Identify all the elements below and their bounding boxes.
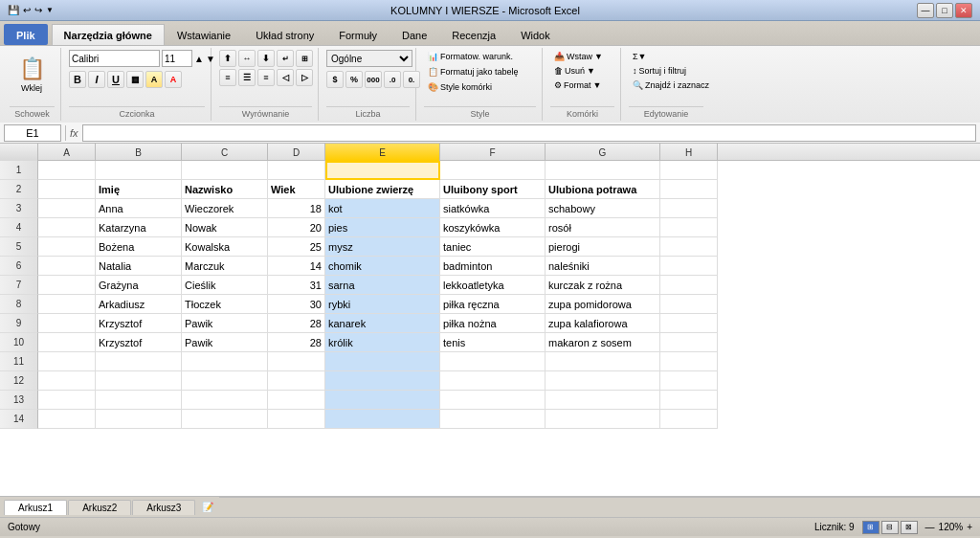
cell-D5[interactable]: 25 — [268, 237, 325, 257]
cell-D10[interactable]: 28 — [268, 333, 325, 352]
cell-E5[interactable]: mysz — [325, 237, 440, 257]
cell-G6[interactable]: naleśniki — [546, 257, 660, 276]
cell-D6[interactable]: 14 — [268, 257, 325, 276]
row-header-14[interactable]: 14 — [0, 410, 38, 429]
cell-B7[interactable]: Grażyna — [96, 276, 182, 295]
tab-plik[interactable]: Plik — [4, 24, 48, 45]
indent-less-button[interactable]: ◁ — [277, 69, 294, 86]
cell-F11[interactable] — [440, 352, 546, 371]
cell-E11[interactable] — [325, 352, 440, 371]
cell-C8[interactable]: Tłoczek — [182, 295, 268, 314]
col-header-B[interactable]: B — [96, 144, 182, 161]
col-header-E[interactable]: E — [325, 144, 440, 161]
zoom-control[interactable]: — 120% + — [925, 522, 972, 532]
cell-B8[interactable]: Arkadiusz — [96, 295, 182, 314]
cell-G5[interactable]: pierogi — [546, 237, 660, 257]
cell-A1[interactable] — [38, 161, 96, 180]
tab-recenzja[interactable]: Recenzja — [439, 24, 508, 45]
cell-B4[interactable]: Katarzyna — [96, 218, 182, 237]
cell-E9[interactable]: kanarek — [325, 314, 440, 333]
italic-button[interactable]: I — [88, 71, 105, 88]
dropdown-icon[interactable]: ▼ — [46, 6, 54, 14]
cell-F8[interactable]: piłka ręczna — [440, 295, 546, 314]
underline-button[interactable]: U — [107, 71, 124, 88]
cell-G3[interactable]: schabowy — [546, 199, 660, 218]
row-header-7[interactable]: 7 — [0, 276, 38, 295]
insert-button[interactable]: 📥 Wstaw▼ — [550, 50, 607, 63]
cell-F13[interactable] — [440, 391, 546, 410]
cell-C13[interactable] — [182, 391, 268, 410]
cell-A12[interactable] — [38, 371, 96, 391]
number-format-select[interactable]: Ogólne — [326, 50, 412, 67]
find-button[interactable]: 🔍 Znajdź i zaznacz — [629, 78, 713, 92]
thousands-button[interactable]: 000 — [365, 71, 382, 88]
cell-B10[interactable]: Krzysztof — [96, 333, 182, 352]
cell-D9[interactable]: 28 — [268, 314, 325, 333]
cell-B14[interactable] — [96, 410, 182, 429]
row-header-3[interactable]: 3 — [0, 199, 38, 218]
merge-button[interactable]: ⊞ — [296, 50, 313, 67]
cell-B9[interactable]: Krzysztof — [96, 314, 182, 333]
cell-A5[interactable] — [38, 237, 96, 257]
cell-H10[interactable] — [660, 333, 718, 352]
col-header-F[interactable]: F — [440, 144, 546, 161]
window-controls[interactable]: — □ ✕ — [917, 3, 972, 18]
row-header-9[interactable]: 9 — [0, 314, 38, 333]
cell-H3[interactable] — [660, 199, 718, 218]
align-center-button[interactable]: ☰ — [238, 69, 256, 86]
row-header-8[interactable]: 8 — [0, 295, 38, 314]
cell-E1[interactable] — [325, 161, 440, 180]
cell-D4[interactable]: 20 — [268, 218, 325, 237]
view-buttons[interactable]: ⊞ ⊟ ⊠ — [862, 521, 918, 534]
cell-A9[interactable] — [38, 314, 96, 333]
row-header-5[interactable]: 5 — [0, 237, 38, 257]
cell-D3[interactable]: 18 — [268, 199, 325, 218]
cell-F10[interactable]: tenis — [440, 333, 546, 352]
col-header-A[interactable]: A — [38, 144, 96, 161]
cell-F7[interactable]: lekkoatletyka — [440, 276, 546, 295]
col-header-G[interactable]: G — [546, 144, 660, 161]
cell-G14[interactable] — [546, 410, 660, 429]
cell-B5[interactable]: Bożena — [96, 237, 182, 257]
border-button[interactable]: ▦ — [126, 71, 144, 88]
cell-B11[interactable] — [96, 352, 182, 371]
row-header-13[interactable]: 13 — [0, 391, 38, 410]
cell-E10[interactable]: królik — [325, 333, 440, 352]
cell-G8[interactable]: zupa pomidorowa — [546, 295, 660, 314]
fill-color-button[interactable]: A — [145, 71, 163, 88]
row-header-2[interactable]: 2 — [0, 180, 38, 199]
cell-E4[interactable]: pies — [325, 218, 440, 237]
cell-G4[interactable]: rosół — [546, 218, 660, 237]
cell-H4[interactable] — [660, 218, 718, 237]
col-header-D[interactable]: D — [268, 144, 325, 161]
cell-G11[interactable] — [546, 352, 660, 371]
cell-E13[interactable] — [325, 391, 440, 410]
cell-H2[interactable] — [660, 180, 718, 199]
font-size-input[interactable] — [162, 50, 192, 67]
cell-A6[interactable] — [38, 257, 96, 276]
cell-style-button[interactable]: 🎨 Style komórki — [424, 80, 496, 94]
cell-H9[interactable] — [660, 314, 718, 333]
cell-C4[interactable]: Nowak — [182, 218, 268, 237]
cell-B13[interactable] — [96, 391, 182, 410]
new-sheet-button[interactable]: 📝 — [196, 500, 219, 515]
tab-uklad[interactable]: Układ strony — [243, 24, 326, 45]
cell-C1[interactable] — [182, 161, 268, 180]
cell-H5[interactable] — [660, 237, 718, 257]
row-header-11[interactable]: 11 — [0, 352, 38, 371]
cell-C11[interactable] — [182, 352, 268, 371]
align-left-button[interactable]: ≡ — [219, 69, 236, 86]
cell-F14[interactable] — [440, 410, 546, 429]
row-header-6[interactable]: 6 — [0, 257, 38, 276]
cell-E8[interactable]: rybki — [325, 295, 440, 314]
cell-A8[interactable] — [38, 295, 96, 314]
col-header-H[interactable]: H — [660, 144, 718, 161]
cell-H7[interactable] — [660, 276, 718, 295]
minimize-button[interactable]: — — [917, 3, 934, 18]
font-size-up-icon[interactable]: ▲ — [194, 54, 204, 64]
formula-input[interactable] — [82, 124, 976, 142]
page-break-view-button[interactable]: ⊠ — [901, 521, 918, 534]
row-header-10[interactable]: 10 — [0, 333, 38, 352]
cell-D7[interactable]: 31 — [268, 276, 325, 295]
font-color-button[interactable]: A — [165, 71, 182, 88]
